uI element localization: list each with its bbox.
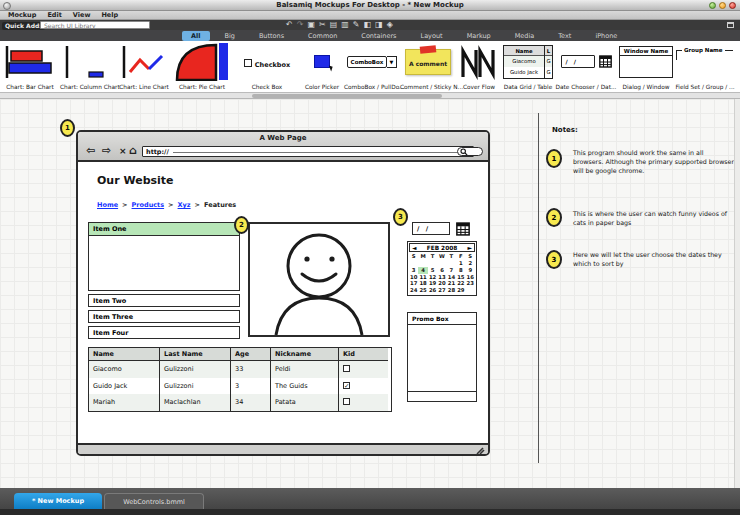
- send-backward-icon[interactable]: ◨: [375, 20, 383, 30]
- redo-icon[interactable]: ↷: [297, 20, 304, 30]
- forward-icon[interactable]: ⇨: [102, 144, 111, 158]
- table-row[interactable]: Giacomo Gulizzoni 33 Peldi: [89, 361, 391, 378]
- table-header-row: Name Last Name Age Nickname Kid: [89, 348, 391, 361]
- back-icon[interactable]: ⇦: [86, 144, 95, 158]
- kid-checkbox[interactable]: [343, 398, 350, 405]
- date-input-widget[interactable]: / /: [412, 222, 450, 235]
- note-callout-2[interactable]: 2: [546, 208, 562, 227]
- library-item-column-chart[interactable]: Chart: Column Chart: [60, 41, 118, 92]
- library-scrollbar-handle[interactable]: [252, 94, 442, 98]
- library-item-color-picker[interactable]: Color Picker: [300, 41, 344, 92]
- tab-common[interactable]: Common: [299, 31, 346, 41]
- promo-box-widget[interactable]: Promo Box: [407, 312, 477, 402]
- url-field[interactable]: http://: [142, 146, 474, 157]
- cut-icon[interactable]: ✂: [319, 20, 326, 30]
- smiley-person-icon: [250, 224, 388, 335]
- library-item-data-grid[interactable]: Name Giacomo Guido Jack L G G Data Grid …: [502, 41, 554, 92]
- callout-2[interactable]: 2: [234, 216, 249, 234]
- breadcrumb-link-home[interactable]: Home: [97, 201, 118, 209]
- tab-layout[interactable]: Layout: [412, 31, 452, 41]
- browser-window-title: A Web Page: [78, 132, 488, 142]
- maximize-button[interactable]: [709, 2, 716, 9]
- calendar-week-5[interactable]: 242526272829: [409, 287, 475, 294]
- library-item-cover-flow[interactable]: Cover Flow: [456, 41, 502, 92]
- app-icon[interactable]: [3, 2, 11, 10]
- accordion-item-four[interactable]: Item Four: [88, 326, 240, 339]
- tab-containers[interactable]: Containers: [352, 31, 405, 41]
- accordion-item-one[interactable]: Item One: [89, 223, 239, 236]
- browser-search-field[interactable]: [457, 147, 483, 156]
- minimize-button[interactable]: [719, 2, 726, 9]
- close-button[interactable]: [729, 2, 736, 9]
- library-item-field-set[interactable]: Group Name Field Set / Group / ...: [674, 41, 736, 92]
- stop-icon[interactable]: ×: [119, 144, 127, 158]
- sticky-note-icon: A comment: [405, 49, 451, 75]
- library-item-comment[interactable]: A comment Comment / Sticky N...: [400, 41, 456, 92]
- resize-grip-icon[interactable]: [475, 446, 485, 455]
- calendar-week-1[interactable]: 12: [409, 260, 475, 267]
- calendar-week-4[interactable]: 17181920212223: [409, 280, 475, 287]
- library-item-dialog[interactable]: Window Name Dialog / Window: [618, 41, 674, 92]
- tab-big[interactable]: Big: [216, 31, 244, 41]
- kid-checkbox[interactable]: ✓: [343, 382, 350, 389]
- tab-iphone[interactable]: iPhone: [586, 31, 626, 41]
- data-table-widget[interactable]: Name Last Name Age Nickname Kid Giacomo …: [88, 347, 392, 412]
- color-swatch-icon: [314, 55, 330, 68]
- tab-text[interactable]: Text: [549, 31, 580, 41]
- copy-icon[interactable]: ▤: [330, 20, 338, 30]
- calendar-week-2[interactable]: 3456789: [409, 267, 475, 274]
- breadcrumb-link-xyz[interactable]: Xyz: [178, 201, 191, 209]
- mockup-canvas[interactable]: 1 2 3 A Web Page ⇦ ⇨ × ⌂ http://: [0, 99, 740, 488]
- library-item-date-chooser[interactable]: / / Date Chooser / Dat...: [554, 41, 618, 92]
- edit-icon[interactable]: ✎: [353, 20, 360, 30]
- duplicate-icon[interactable]: ▣: [307, 20, 315, 30]
- callout-3[interactable]: 3: [393, 208, 408, 226]
- library-item-line-chart[interactable]: Chart: Line Chart: [118, 41, 170, 92]
- undo-icon[interactable]: ↶: [286, 20, 293, 30]
- breadcrumb-link-products[interactable]: Products: [132, 201, 165, 209]
- promo-box-footer: [408, 391, 476, 401]
- calendar-widget[interactable]: ◄ FEB 2008 ► SMTWTFS 12 3456789 10111213: [407, 241, 477, 296]
- calendar-month-label: FEB 2008: [427, 245, 458, 251]
- search-ui-library-input[interactable]: [40, 21, 150, 29]
- bring-forward-icon[interactable]: ◧: [364, 20, 372, 30]
- library-item-pie-chart[interactable]: Chart: Pie Chart: [170, 41, 234, 92]
- fullscreen-icon[interactable]: [727, 22, 734, 28]
- menu-help[interactable]: Help: [101, 11, 118, 19]
- lock-icon[interactable]: ◈: [387, 20, 393, 30]
- checkbox-icon: [244, 59, 252, 67]
- tab-buttons[interactable]: Buttons: [250, 31, 293, 41]
- menu-edit[interactable]: Edit: [47, 11, 61, 19]
- callout-1[interactable]: 1: [60, 119, 75, 137]
- calendar-next-icon[interactable]: ►: [468, 245, 472, 251]
- tab-new-mockup[interactable]: * New Mockup: [14, 493, 102, 509]
- date-picker-button[interactable]: [456, 222, 470, 236]
- note-callout-3[interactable]: 3: [546, 250, 562, 269]
- dialog-thumb: Window Name: [619, 46, 673, 78]
- menu-view[interactable]: View: [73, 11, 91, 19]
- accordion-item-two[interactable]: Item Two: [88, 294, 240, 307]
- accordion-widget[interactable]: Item One Item Two Item Three Item Four: [88, 222, 240, 339]
- library-item-check-box[interactable]: Checkbox Check Box: [234, 41, 300, 92]
- calendar-prev-icon[interactable]: ◄: [412, 245, 416, 251]
- paste-icon[interactable]: ▥: [341, 20, 349, 30]
- canvas-vertical-scrollbar[interactable]: [734, 99, 740, 488]
- table-row[interactable]: Mariah Maclachlan 34 Patata: [89, 394, 391, 411]
- menu-mockup[interactable]: Mockup: [8, 11, 36, 19]
- separator-line-widget[interactable]: [538, 113, 539, 463]
- kid-checkbox[interactable]: [343, 365, 350, 372]
- tab-all[interactable]: All: [182, 31, 210, 41]
- tab-media[interactable]: Media: [506, 31, 544, 41]
- calendar-week-3[interactable]: 10111213141516: [409, 274, 475, 281]
- note-callout-1[interactable]: 1: [546, 149, 562, 168]
- accordion-item-three[interactable]: Item Three: [88, 310, 240, 323]
- library-item-bar-chart[interactable]: Chart: Bar Chart: [0, 41, 60, 92]
- tab-webcontrols[interactable]: WebControls.bmml: [104, 493, 204, 509]
- library-item-video[interactable]: Vide: [736, 41, 740, 92]
- library-item-combobox[interactable]: ComboBox ▼ ComboBox / PullDo...: [344, 41, 400, 92]
- browser-window-widget[interactable]: A Web Page ⇦ ⇨ × ⌂ http://: [76, 130, 490, 456]
- table-row[interactable]: Guido Jack Gulizzoni 3 The Guids ✓: [89, 378, 391, 394]
- tab-markup[interactable]: Markup: [458, 31, 500, 41]
- home-icon[interactable]: ⌂: [129, 144, 137, 158]
- image-placeholder-widget[interactable]: [248, 222, 390, 337]
